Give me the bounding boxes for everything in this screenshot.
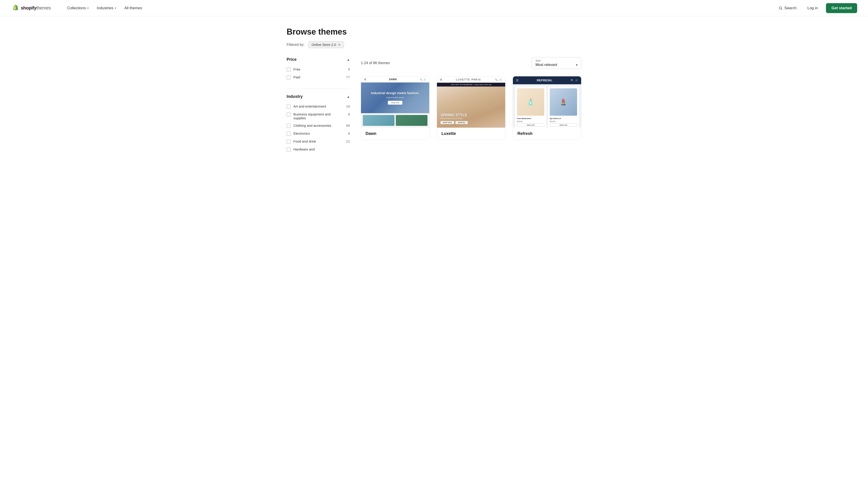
- dawn-theme-name: Dawn: [366, 131, 376, 136]
- dawn-preview: ☰ DAWN 🔍 🛒 Industrial design meets fashi…: [361, 76, 429, 128]
- price-section-header[interactable]: Price ▲: [287, 57, 350, 62]
- shopify-logo-icon: [11, 4, 19, 12]
- paid-label: Paid: [293, 75, 342, 79]
- theme-card-dawn[interactable]: ☰ DAWN 🔍 🛒 Industrial design meets fashi…: [361, 76, 430, 140]
- dawn-product-img-2: [396, 115, 428, 126]
- refresh-product-1-price: $16.00: [517, 121, 544, 123]
- luxette-hero-title: SPRING STYLE: [440, 113, 468, 117]
- logo-text: shopifythemes: [21, 5, 51, 11]
- page-title: Browse themes: [287, 27, 581, 37]
- filter-option-hardware[interactable]: Hardware and: [287, 145, 350, 153]
- art-checkbox[interactable]: [287, 105, 291, 109]
- paid-checkbox[interactable]: [287, 75, 291, 79]
- art-count: 16: [344, 104, 350, 108]
- sidebar: Price ▲ Free 9 Paid 77 Industry: [287, 57, 350, 161]
- price-collapse-icon: ▲: [347, 58, 350, 61]
- filter-option-art[interactable]: Art and entertainment 16: [287, 103, 350, 110]
- theme-grid: ☰ DAWN 🔍 🛒 Industrial design meets fashi…: [361, 76, 581, 140]
- logo[interactable]: shopifythemes: [11, 4, 51, 12]
- filter-option-business[interactable]: Business equipment and supplies 8: [287, 110, 350, 122]
- art-label: Art and entertainment: [293, 104, 342, 108]
- free-label: Free: [293, 67, 344, 71]
- luxette-hero: SPRING STYLE Fresh looks for sunny days.…: [437, 87, 505, 128]
- luxette-shop-all-btn[interactable]: SHOP ALL: [456, 121, 468, 124]
- luxette-theme-name: Luxette: [441, 131, 456, 136]
- business-label: Business equipment and supplies: [293, 112, 344, 120]
- refresh-hamburger-icon: ☰: [516, 79, 519, 82]
- dawn-product-img-1: [363, 115, 395, 126]
- sort-value-row: Most relevant ▾: [535, 63, 578, 67]
- refresh-nav-icons: 🔍 🛒: [571, 79, 578, 82]
- filter-option-paid[interactable]: Paid 77: [287, 73, 350, 81]
- collections-chevron-icon: ▾: [87, 6, 89, 10]
- svg-line-1: [781, 9, 782, 9]
- refresh-theme-name: Refresh: [518, 131, 532, 136]
- industries-chevron-icon: ▾: [115, 6, 116, 10]
- sort-control[interactable]: Sort Most relevant ▾: [532, 57, 581, 69]
- clothing-count: 69: [344, 124, 350, 127]
- page-content: Browse themes Filtered by: Online Store …: [276, 16, 592, 174]
- refresh-nav-title: REFRESH.: [537, 78, 553, 82]
- hardware-checkbox[interactable]: [287, 148, 291, 152]
- dawn-nav: ☰ DAWN 🔍 🛒: [361, 76, 429, 83]
- electronics-checkbox[interactable]: [287, 132, 291, 136]
- content-area: 1-24 of 86 themes Sort Most relevant ▾ ☰: [361, 57, 581, 161]
- refresh-theme-info: Refresh: [513, 128, 581, 140]
- refresh-product-2-price: $18.00: [550, 121, 577, 123]
- luxette-shop-tops-btn[interactable]: SHOP TOPS: [440, 121, 454, 124]
- dawn-hamburger-icon: ☰: [364, 78, 366, 80]
- food-checkbox[interactable]: [287, 140, 291, 144]
- dawn-nav-title: DAWN: [389, 78, 397, 80]
- luxette-preview: ☰ LUXETTE PARIS 🔍 🛒 10% OFF OUTERWEAR • …: [437, 76, 505, 128]
- refresh-product-1: 🧴 Face Moisturizer $16.00 Add to cart: [515, 87, 546, 128]
- theme-card-refresh[interactable]: ☰ REFRESH. 🔍 🛒 🧴: [513, 76, 581, 140]
- search-button[interactable]: Search: [776, 4, 799, 12]
- dawn-shop-btn[interactable]: Shop now: [388, 101, 402, 105]
- luxette-cart-icon: 🛒: [499, 78, 502, 81]
- svg-point-0: [779, 7, 782, 9]
- remove-filter-icon[interactable]: ✕: [338, 43, 341, 46]
- free-checkbox[interactable]: [287, 68, 291, 72]
- filter-option-clothing[interactable]: Clothing and accessories 69: [287, 122, 350, 130]
- refresh-preview: ☰ REFRESH. 🔍 🛒 🧴: [513, 76, 581, 128]
- refresh-product-2-name: Eye Stick 2.0: [550, 118, 577, 120]
- industry-filter-section: Industry ▲ Art and entertainment 16 Busi…: [287, 94, 350, 153]
- active-filter-tag[interactable]: Online Store 2.0 ✕: [308, 41, 344, 48]
- refresh-nav: ☰ REFRESH. 🔍 🛒: [513, 76, 581, 84]
- filter-option-free[interactable]: Free 9: [287, 66, 350, 73]
- refresh-add-btn-1[interactable]: Add to cart: [517, 123, 544, 127]
- site-header: shopifythemes Collections ▾ Industries ▾…: [0, 0, 868, 16]
- sort-chevron-icon: ▾: [576, 63, 578, 67]
- search-icon: [778, 6, 782, 10]
- main-nav: Collections ▾ Industries ▾ All themes: [64, 4, 769, 12]
- dawn-product-1: [363, 115, 395, 126]
- dawn-hero: Industrial design meets fashion. Atypica…: [361, 83, 429, 113]
- cream-tube-icon: 🧴: [527, 98, 535, 106]
- electronics-count: 8: [346, 131, 350, 135]
- dawn-hero-sub: Atypical leather goods: [386, 96, 404, 98]
- refresh-products-grid: 🧴 Face Moisturizer $16.00 Add to cart: [513, 84, 581, 128]
- nav-collections[interactable]: Collections ▾: [64, 4, 92, 12]
- luxette-theme-info: Luxette: [437, 128, 505, 140]
- get-started-button[interactable]: Get started: [826, 3, 857, 13]
- header-actions: Search Log in Get started: [776, 3, 857, 13]
- dawn-product-2: [396, 115, 428, 126]
- refresh-search-icon: 🔍: [571, 79, 574, 82]
- login-button[interactable]: Log in: [805, 4, 820, 12]
- luxette-banner: 10% OFF OUTERWEAR • Stay warm this fall: [437, 83, 505, 87]
- luxette-search-icon: 🔍: [495, 78, 498, 81]
- clothing-checkbox[interactable]: [287, 124, 291, 128]
- business-checkbox[interactable]: [287, 112, 291, 117]
- nav-all-themes[interactable]: All themes: [121, 4, 146, 12]
- refresh-cart-icon: 🛒: [575, 79, 578, 82]
- dawn-hero-text: Industrial design meets fashion.: [371, 91, 419, 95]
- theme-card-luxette[interactable]: ☰ LUXETTE PARIS 🔍 🛒 10% OFF OUTERWEAR • …: [437, 76, 505, 140]
- industry-section-header[interactable]: Industry ▲: [287, 94, 350, 99]
- filter-option-electronics[interactable]: Electronics 8: [287, 130, 350, 138]
- nav-industries[interactable]: Industries ▾: [93, 4, 120, 12]
- sort-selected-value: Most relevant: [535, 63, 557, 67]
- refresh-product-1-name: Face Moisturizer: [517, 118, 544, 120]
- industry-section-title: Industry: [287, 94, 303, 99]
- filter-option-food[interactable]: Food and drink 21: [287, 138, 350, 145]
- refresh-add-btn-2[interactable]: Add to cart: [550, 123, 577, 127]
